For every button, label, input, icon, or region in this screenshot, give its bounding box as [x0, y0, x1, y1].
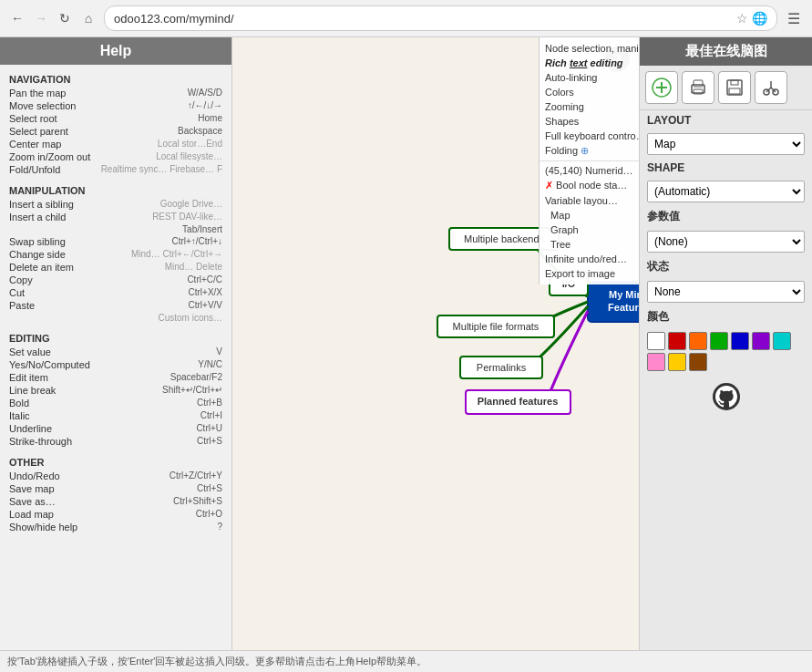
help-row: Move selection↑/←/↓/→	[0, 99, 231, 112]
mindmap-popup: Node selection, mani… Rich text editing …	[539, 37, 639, 284]
popup-item[interactable]: Tree	[540, 237, 639, 252]
state-select[interactable]: None	[647, 281, 805, 303]
github-icon[interactable]	[640, 375, 812, 421]
help-row: Save as…Ctrl+Shift+S	[0, 495, 231, 508]
help-row: Zoom in/Zoom outLocal filesyste…	[0, 150, 231, 163]
params-select[interactable]: (None)	[647, 231, 805, 253]
browser-toolbar-icons: ☰	[783, 7, 805, 29]
popup-item[interactable]: Auto-linking	[540, 70, 639, 85]
shape-select[interactable]: (Automatic) Rectangle Ellipse	[647, 181, 805, 202]
right-panel-toolbar	[640, 66, 812, 110]
help-row: Select rootHome	[0, 112, 231, 125]
help-row: Set valueV	[0, 346, 231, 358]
color-swatch-yellow[interactable]	[668, 353, 686, 371]
help-row: Select parentBackspace	[0, 125, 231, 138]
svg-text:Permalinks: Permalinks	[477, 362, 527, 373]
browser-toolbar: ← → ↻ ⌂ odoo123.com/mymind/ ☆ 🌐 ☰	[0, 0, 812, 36]
home-button[interactable]: ⌂	[78, 8, 98, 28]
save-button[interactable]	[718, 71, 751, 104]
layout-label: LAYOUT	[640, 110, 812, 130]
help-row: UnderlineCtrl+U	[0, 422, 231, 435]
help-row: Pan the mapW/A/S/D	[0, 87, 231, 99]
popup-item[interactable]: Shapes	[540, 114, 639, 129]
cut-button[interactable]	[755, 71, 787, 104]
help-row: Show/hide help?	[0, 521, 231, 533]
help-title: Help	[0, 37, 231, 65]
help-row: Center mapLocal stor…End	[0, 138, 231, 150]
svg-text:Features: Features	[608, 302, 639, 313]
right-panel-title: 最佳在线脑图	[640, 37, 812, 66]
address-icons: ☆ 🌐	[736, 11, 767, 26]
state-select-row: None	[640, 278, 812, 305]
color-swatch-brown[interactable]	[689, 353, 707, 371]
bookmark-icon[interactable]: ☆	[736, 11, 748, 26]
popup-item[interactable]: Node selection, mani…	[540, 41, 639, 56]
help-row: PasteCtrl+V/V	[0, 299, 231, 312]
color-swatch-pink[interactable]	[647, 353, 665, 371]
popup-item[interactable]: (45,140) Numerid…	[540, 163, 639, 178]
help-row: BoldCtrl+B	[0, 397, 231, 409]
help-row: ItalicCtrl+I	[0, 409, 231, 422]
help-row: Insert a siblingGoogle Drive…	[0, 198, 231, 211]
add-node-button[interactable]	[645, 71, 678, 104]
help-row: Save mapCtrl+S	[0, 482, 231, 495]
color-swatch-green[interactable]	[710, 332, 728, 350]
navigation-section-header: NAVIGATION	[0, 68, 231, 87]
colors-row	[640, 328, 812, 375]
help-row: Change sideMind… Ctrl+←/Ctrl+→	[0, 248, 231, 261]
svg-text:Planned features: Planned features	[478, 396, 559, 407]
popup-item[interactable]: Map	[540, 208, 639, 222]
color-swatch-red[interactable]	[668, 332, 686, 350]
color-swatch-white[interactable]	[647, 332, 665, 350]
color-swatch-purple[interactable]	[752, 332, 770, 350]
layout-select-row: Map Tree Graph	[640, 130, 812, 158]
svg-text:Multiple backends: Multiple backends	[464, 233, 545, 244]
svg-rect-22	[694, 80, 703, 87]
print-button[interactable]	[682, 71, 714, 104]
translate-icon[interactable]: 🌐	[752, 11, 767, 26]
nav-buttons: ← → ↻ ⌂	[7, 8, 98, 28]
popup-item[interactable]: Graph	[540, 222, 639, 237]
help-row: Fold/UnfoldRealtime sync… Firebase… F	[0, 163, 231, 176]
popup-item[interactable]: Full keyboard contro…	[540, 129, 639, 143]
help-row: Line breakShift+↵/Ctrl+↵	[0, 384, 231, 397]
help-row: CopyCtrl+C/C	[0, 274, 231, 286]
reload-button[interactable]: ↻	[55, 8, 75, 28]
forward-button[interactable]: →	[31, 8, 51, 28]
color-swatch-cyan[interactable]	[773, 332, 791, 350]
mindmap-area[interactable]: ? My Mind Features Basic fea	[232, 37, 639, 650]
svg-text:Multiple file formats: Multiple file formats	[453, 321, 540, 332]
popup-item[interactable]: ✗ Bool node sta…	[540, 178, 639, 193]
help-panel: Help NAVIGATION Pan the mapW/A/S/D Move …	[0, 37, 232, 650]
popup-divider	[540, 160, 639, 161]
right-panel: 最佳在线脑图 LAYOUT Map Tree Graph SHAPE	[639, 37, 812, 650]
svg-text:My Mind: My Mind	[609, 289, 639, 300]
popup-item[interactable]: Folding ⊕	[540, 143, 639, 159]
address-bar[interactable]: odoo123.com/mymind/ ☆ 🌐	[104, 5, 777, 31]
help-row: Tab/Insert	[0, 223, 231, 235]
popup-item-export[interactable]: Export to image	[540, 266, 639, 281]
popup-item-colors[interactable]: Colors	[540, 85, 639, 99]
help-row: CutCtrl+X/X	[0, 286, 231, 299]
help-row: Yes/No/ComputedY/N/C	[0, 358, 231, 371]
help-row: Undo/RedoCtrl+Z/Ctrl+Y	[0, 470, 231, 482]
help-row: Strike-throughCtrl+S	[0, 435, 231, 448]
help-row: Delete an itemMind… Delete	[0, 261, 231, 274]
layout-select[interactable]: Map Tree Graph	[647, 133, 805, 155]
help-row: Edit itemSpacebar/F2	[0, 371, 231, 384]
address-text: odoo123.com/mymind/	[114, 12, 731, 26]
color-swatch-blue[interactable]	[731, 332, 749, 350]
color-swatch-orange[interactable]	[689, 332, 707, 350]
back-button[interactable]: ←	[7, 8, 27, 28]
help-row: Load mapCtrl+O	[0, 508, 231, 521]
main-content: Help NAVIGATION Pan the mapW/A/S/D Move …	[0, 37, 812, 650]
help-row: Insert a childREST DAV-like…	[0, 211, 231, 223]
shape-label: SHAPE	[640, 158, 812, 178]
popup-item[interactable]: Variable layou…	[540, 193, 639, 208]
extensions-button[interactable]: ☰	[783, 7, 805, 29]
popup-item[interactable]: Zooming	[540, 99, 639, 114]
status-bar: 按'Tab'跳格键插入子级，按'Enter'回车被起这插入同级。更多帮助请点击右…	[0, 650, 812, 672]
popup-item-rich-text[interactable]: Rich text editing	[540, 56, 639, 70]
state-label: 状态	[640, 255, 812, 278]
popup-item[interactable]: Infinite undo/red…	[540, 252, 639, 266]
